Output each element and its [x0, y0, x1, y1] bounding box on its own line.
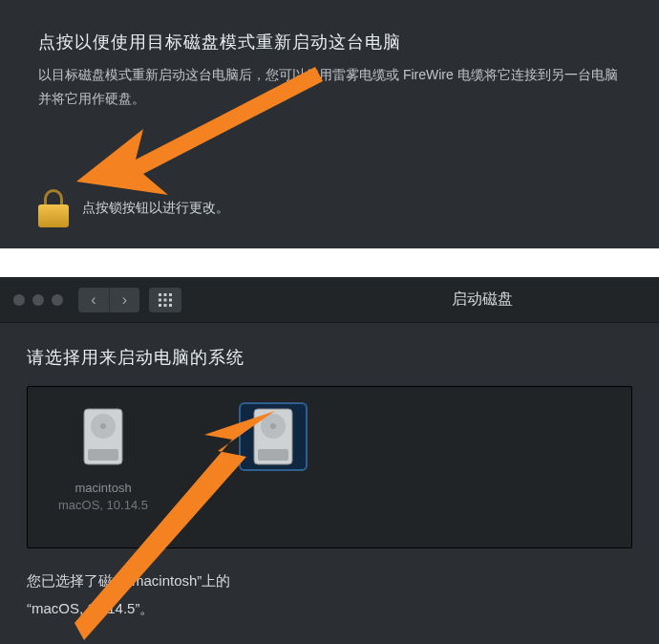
forward-button[interactable]: › [109, 288, 139, 312]
disk-os-label: macOS, 10.14.5 [41, 498, 165, 512]
traffic-lights [13, 294, 63, 306]
panel-description: 以目标磁盘模式重新启动这台电脑后，您可以使用雷雾电缆或 FireWire 电缆将… [38, 63, 621, 111]
traffic-minimize-icon[interactable] [32, 294, 44, 306]
startup-disk-option[interactable]: macintosh macOS, 10.14.5 [41, 402, 165, 536]
selection-status: 您已选择了磁盘“macintosh”上的 “macOS, 10.14.5”。 [27, 568, 632, 622]
svg-rect-8 [164, 304, 167, 307]
lock-hint-text: 点按锁按钮以进行更改。 [82, 200, 229, 217]
svg-rect-3 [169, 293, 172, 296]
svg-rect-6 [169, 298, 172, 301]
svg-point-16 [270, 423, 276, 429]
svg-rect-7 [159, 304, 161, 307]
grid-icon [159, 293, 172, 307]
panel-title: 点按以便使用目标磁盘模式重新启动这台电脑 [38, 31, 621, 54]
startup-disk-window: ‹ › 启动磁盘 请选择用来启动电脑的系统 [0, 277, 659, 644]
grid-view-button[interactable] [149, 288, 181, 312]
svg-rect-4 [159, 298, 161, 301]
status-line-2: “macOS, 10.14.5”。 [27, 600, 154, 616]
svg-rect-2 [164, 293, 167, 296]
svg-rect-1 [159, 293, 161, 296]
chevron-right-icon: › [122, 291, 127, 309]
chevron-left-icon: ‹ [91, 291, 96, 309]
instruction-heading: 请选择用来启动电脑的系统 [27, 346, 632, 369]
target-disk-mode-panel: 点按以便使用目标磁盘模式重新启动这台电脑 以目标磁盘模式重新启动这台电脑后，您可… [0, 0, 659, 248]
back-button[interactable]: ‹ [78, 288, 109, 312]
lock-icon[interactable] [38, 189, 69, 227]
disk-name-label: macintosh [41, 479, 165, 498]
svg-rect-9 [169, 304, 172, 307]
nav-segmented-control: ‹ › [78, 288, 139, 312]
svg-rect-13 [88, 449, 118, 461]
svg-rect-17 [258, 449, 288, 461]
window-toolbar: ‹ › 启动磁盘 [0, 277, 659, 323]
lock-row: 点按锁按钮以进行更改。 [38, 189, 229, 227]
startup-disk-option[interactable] [211, 402, 335, 536]
svg-point-12 [100, 423, 106, 429]
hard-drive-icon [77, 407, 129, 466]
hard-drive-icon [247, 407, 299, 466]
disk-selection-box: macintosh macOS, 10.14.5 [27, 386, 632, 548]
traffic-close-icon[interactable] [13, 294, 25, 306]
traffic-zoom-icon[interactable] [52, 294, 63, 306]
status-line-1: 您已选择了磁盘“macintosh”上的 [27, 572, 230, 589]
svg-rect-5 [164, 298, 167, 301]
